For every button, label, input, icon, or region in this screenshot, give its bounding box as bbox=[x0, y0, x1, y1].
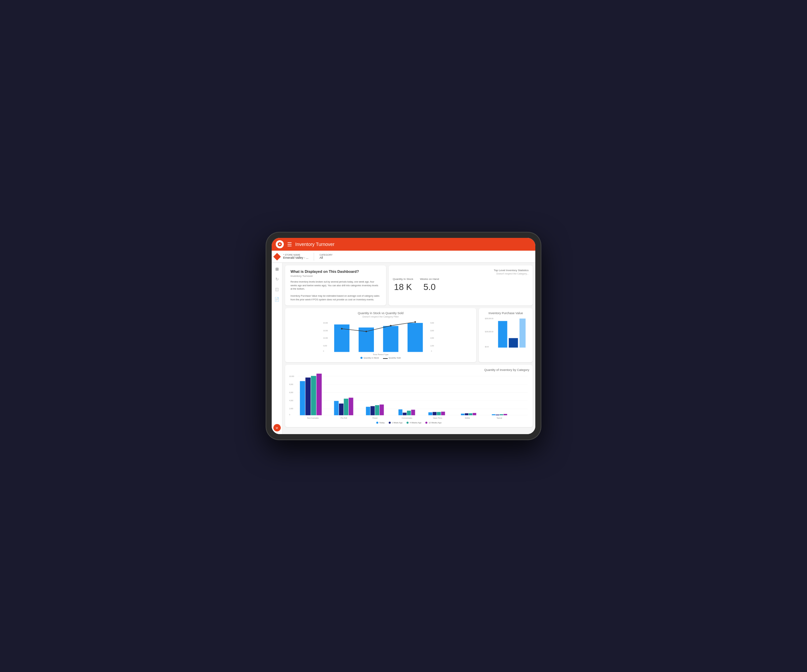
cat-bar-top-4wk bbox=[500, 414, 503, 415]
sidebar-home-icon[interactable]: ⊞ bbox=[273, 265, 281, 273]
qty-vs-sold-chart: Quantity in Stock vs Quantity Sold Doesn… bbox=[285, 308, 476, 362]
legend-today: Today bbox=[376, 422, 385, 424]
legend-qty-stock-label: Quantity in Stock bbox=[364, 357, 379, 359]
cat-bar-fl-12wk bbox=[380, 405, 384, 415]
svg-text:20,000: 20,000 bbox=[323, 322, 328, 324]
cat-bar-top-today bbox=[492, 414, 496, 415]
qty-sold-legend: Quantity in Stock Quantity Sold bbox=[289, 357, 473, 359]
cat-bar-pr-today bbox=[334, 401, 339, 415]
store-filter-value: Emerald Valley - ... bbox=[283, 256, 308, 260]
purchase-value-area: $200,000.00 $100,000.00 $0.00 Today bbox=[482, 316, 529, 349]
sidebar-doc-icon[interactable]: 📄 bbox=[273, 296, 281, 303]
svg-text:3,000: 3,000 bbox=[430, 330, 434, 332]
line-dot-12wk bbox=[414, 321, 416, 323]
line-dot-today bbox=[341, 328, 343, 329]
cat-bar-con-4wk bbox=[407, 410, 411, 415]
stats-area: Top Level Inventory Statistics Doesn't r… bbox=[389, 265, 533, 305]
sidebar-layers-icon[interactable]: ◫ bbox=[273, 286, 281, 293]
weeks-on-hand-stat: Weeks on Hand 5.0 bbox=[420, 278, 439, 292]
legend-1wk-label: 1 Week Ago bbox=[392, 422, 402, 424]
menu-icon[interactable]: ☰ bbox=[287, 241, 292, 248]
sidebar-refresh-icon[interactable]: ↻ bbox=[273, 276, 281, 283]
cat-bar-nc-today bbox=[300, 381, 305, 415]
legend-12wk-dot bbox=[425, 422, 427, 424]
filter-icon bbox=[273, 253, 281, 260]
svg-text:4,000: 4,000 bbox=[430, 322, 434, 324]
legend-1wk-dot bbox=[389, 422, 391, 424]
user-avatar[interactable]: U bbox=[273, 424, 281, 432]
svg-text:Pre-Roll: Pre-Roll bbox=[340, 417, 347, 419]
legend-12wk: 12 Weeks Ago bbox=[425, 422, 442, 424]
svg-text:Topical: Topical bbox=[496, 417, 502, 419]
store-filter-label: * STORE NAME bbox=[283, 254, 308, 256]
cat-bar-ed-1wk bbox=[465, 413, 468, 415]
svg-text:1,000: 1,000 bbox=[430, 345, 434, 347]
cat-bar-ed-4wk bbox=[469, 413, 472, 415]
svg-text:10,000: 10,000 bbox=[289, 376, 294, 377]
bar-12wk bbox=[407, 323, 423, 352]
cat-bar-vp-4wk bbox=[437, 412, 441, 415]
legend-qty-sold-label: Quantity Sold bbox=[389, 357, 401, 359]
cat-bar-ed-12wk bbox=[473, 413, 477, 415]
quantity-in-stock-stat: Quantity In Stock 18 K bbox=[393, 278, 413, 292]
sidebar-bottom: U bbox=[273, 424, 281, 432]
stats-header: Top Level Inventory Statistics bbox=[393, 269, 529, 272]
store-filter[interactable]: * STORE NAME Emerald Valley - ... bbox=[283, 254, 308, 260]
bar-4wk bbox=[383, 326, 398, 352]
main-area: ⊞ ↻ ◫ 📄 U What is Displayed on This Dash… bbox=[272, 263, 535, 434]
legend-qty-sold: Quantity Sold bbox=[383, 357, 401, 359]
legend-1wk: 1 Week Ago bbox=[389, 422, 402, 424]
qty-sold-chart-title: Quantity in Stock vs Quantity Sold bbox=[289, 311, 473, 315]
qty-in-stock-label: Quantity In Stock bbox=[393, 278, 413, 281]
qty-sold-chart-area: 20,000 15,000 10,000 5,000 0 4,000 3,000… bbox=[289, 320, 473, 353]
category-legend: Today 1 Week Ago 4 Weeks Ago 12 Wee bbox=[289, 422, 529, 424]
cat-bar-con-12wk bbox=[411, 410, 415, 415]
cat-bar-fl-1wk bbox=[370, 406, 375, 415]
cat-bar-nc-4wk bbox=[311, 376, 316, 415]
svg-text:Edible: Edible bbox=[465, 417, 470, 419]
purchase-value-chart: Inventory Purchase Value $200,000.00 $10… bbox=[479, 308, 533, 362]
category-filter[interactable]: CATEGORY All bbox=[319, 254, 332, 260]
x-axis-label: Time Period Type bbox=[289, 353, 473, 356]
legend-qty-sold-line bbox=[383, 358, 388, 359]
cat-bar-fl-4wk bbox=[375, 405, 379, 415]
legend-qty-stock-dot bbox=[360, 357, 362, 359]
filter-divider bbox=[314, 253, 314, 261]
info-card: What is Displayed on This Dashboard? Inv… bbox=[285, 265, 386, 305]
svg-text:Non-Cannabis: Non-Cannabis bbox=[307, 417, 319, 419]
tablet-screen: ☰ Inventory Turnover * STORE NAME Emeral… bbox=[272, 238, 535, 434]
legend-today-label: Today bbox=[379, 422, 385, 424]
svg-text:15,000: 15,000 bbox=[323, 330, 328, 332]
svg-text:Flower: Flower bbox=[372, 417, 378, 419]
app-logo bbox=[276, 240, 284, 248]
stats-grid: Quantity In Stock 18 K Weeks on Hand 5.0 bbox=[393, 278, 529, 292]
svg-text:5,000: 5,000 bbox=[323, 345, 327, 347]
line-dot-4wk bbox=[390, 325, 392, 326]
tablet-device: ☰ Inventory Turnover * STORE NAME Emeral… bbox=[266, 232, 541, 440]
cat-bar-pr-1wk bbox=[339, 404, 344, 415]
category-filter-value: All bbox=[319, 256, 332, 260]
purchase-bar-2 bbox=[509, 338, 518, 348]
purchase-bar-3 bbox=[520, 319, 526, 348]
app-header: ☰ Inventory Turnover bbox=[272, 238, 535, 251]
svg-text:2,000: 2,000 bbox=[289, 408, 293, 410]
sidebar: ⊞ ↻ ◫ 📄 U bbox=[272, 263, 282, 434]
category-chart-svg: 10,000 8,000 6,000 4,000 2,000 0 bbox=[289, 374, 529, 419]
legend-4wk: 4 Weeks Ago bbox=[407, 422, 421, 424]
svg-text:6,000: 6,000 bbox=[289, 392, 293, 394]
main-content: What is Displayed on This Dashboard? Inv… bbox=[282, 263, 535, 434]
qty-sold-svg: 20,000 15,000 10,000 5,000 0 4,000 3,000… bbox=[289, 320, 473, 353]
legend-4wk-dot bbox=[407, 422, 408, 424]
info-card-text: Review inventory levels broken out by se… bbox=[291, 280, 380, 301]
category-chart-title: Quantity of Inventory by Category bbox=[289, 368, 529, 372]
info-card-subtitle: Inventory Turnover bbox=[291, 275, 380, 278]
cat-bar-vp-today bbox=[428, 412, 432, 415]
filter-bar: * STORE NAME Emerald Valley - ... CATEGO… bbox=[272, 251, 535, 263]
svg-text:Vaper Pens: Vaper Pens bbox=[433, 417, 442, 419]
legend-4wk-label: 4 Weeks Ago bbox=[410, 422, 421, 424]
cat-bar-nc-1wk bbox=[305, 378, 311, 415]
cat-bar-nc-12wk bbox=[316, 374, 321, 415]
category-filter-label: CATEGORY bbox=[319, 254, 332, 256]
legend-today-dot bbox=[376, 422, 378, 424]
top-row: What is Displayed on This Dashboard? Inv… bbox=[285, 265, 533, 305]
